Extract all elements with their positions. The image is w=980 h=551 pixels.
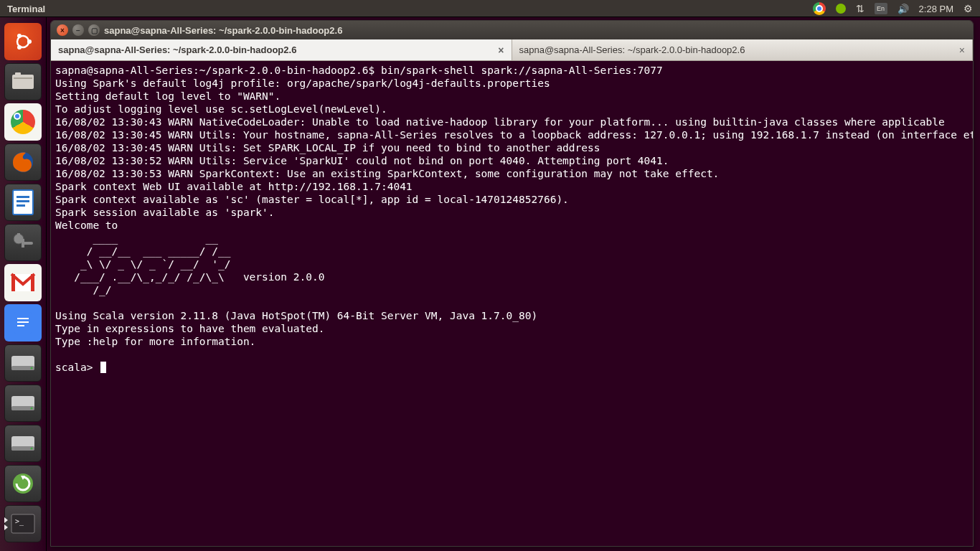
chrome-icon[interactable] <box>4 103 42 141</box>
svg-rect-18 <box>11 274 15 291</box>
keyboard-layout-indicator[interactable]: En <box>875 3 887 14</box>
svg-text:>_: >_ <box>15 517 24 526</box>
svg-point-32 <box>31 448 33 450</box>
svg-point-1 <box>27 39 32 44</box>
terminal-cursor <box>100 362 106 373</box>
volume-icon[interactable]: 🔊 <box>897 4 909 14</box>
svg-point-26 <box>31 367 33 369</box>
window-title: sapna@sapna-All-Series: ~/spark-2.0.0-bi… <box>104 25 342 36</box>
terminal-output[interactable]: sapna@sapna-All-Series:~/spark-2.0.0-bin… <box>51 61 973 377</box>
ubuntu-dash-icon[interactable] <box>4 23 42 60</box>
svg-rect-6 <box>14 77 32 79</box>
window-close-button[interactable]: × <box>57 24 68 36</box>
svg-rect-23 <box>17 325 24 326</box>
svg-rect-15 <box>23 242 33 245</box>
software-updater-icon[interactable] <box>4 465 42 502</box>
disk-icon-3[interactable] <box>4 425 42 462</box>
tab-close-icon[interactable]: × <box>498 44 504 56</box>
svg-rect-16 <box>22 239 24 248</box>
tab-label: sapna@sapna-All-Series: ~/spark-2.0.0-bi… <box>519 44 745 55</box>
tab-label: sapna@sapna-All-Series: ~/spark-2.0.0-bi… <box>58 44 296 55</box>
svg-point-3 <box>17 45 22 50</box>
window-minimize-button[interactable]: − <box>72 24 84 36</box>
firefox-icon[interactable] <box>4 143 42 181</box>
svg-rect-12 <box>17 204 25 207</box>
svg-rect-4 <box>12 75 34 89</box>
svg-rect-22 <box>17 321 29 323</box>
libreoffice-writer-icon[interactable] <box>4 184 42 221</box>
network-icon[interactable]: ⇅ <box>856 3 864 14</box>
unity-launcher: >_ <box>0 17 47 551</box>
settings-icon[interactable] <box>4 224 42 261</box>
terminal-tab-1[interactable]: sapna@sapna-All-Series: ~/spark-2.0.0-bi… <box>51 39 512 60</box>
terminal-window: × − ▢ sapna@sapna-All-Series: ~/spark-2.… <box>50 20 974 547</box>
svg-rect-10 <box>17 196 29 198</box>
chrome-indicator-icon[interactable] <box>813 2 826 15</box>
tab-close-icon[interactable]: × <box>959 44 965 56</box>
scala-prompt[interactable]: scala> <box>55 362 99 373</box>
terminal-tab-2[interactable]: sapna@sapna-All-Series: ~/spark-2.0.0-bi… <box>512 39 974 60</box>
svg-point-2 <box>17 34 22 38</box>
svg-rect-14 <box>17 233 20 236</box>
terminal-tabs: sapna@sapna-All-Series: ~/spark-2.0.0-bi… <box>51 39 973 61</box>
svg-rect-11 <box>17 200 29 202</box>
disk-icon-2[interactable] <box>4 385 42 422</box>
gmail-icon[interactable] <box>4 264 42 301</box>
window-titlebar[interactable]: × − ▢ sapna@sapna-All-Series: ~/spark-2.… <box>51 21 973 39</box>
svg-point-29 <box>31 408 33 410</box>
files-icon[interactable] <box>4 63 42 100</box>
active-app-name: Terminal <box>0 4 45 14</box>
system-gear-icon[interactable]: ⚙ <box>963 3 973 14</box>
svg-rect-5 <box>15 72 21 77</box>
clock[interactable]: 2:28 PM <box>919 4 953 14</box>
window-maximize-button[interactable]: ▢ <box>88 24 100 36</box>
status-dot-icon[interactable] <box>836 4 846 14</box>
svg-rect-21 <box>17 318 29 319</box>
svg-rect-19 <box>31 274 34 291</box>
disk-icon-1[interactable] <box>4 344 42 382</box>
terminal-icon[interactable]: >_ <box>4 505 42 542</box>
google-docs-icon[interactable] <box>4 304 42 342</box>
system-menubar: Terminal ⇅ En 🔊 2:28 PM ⚙ <box>0 0 980 17</box>
